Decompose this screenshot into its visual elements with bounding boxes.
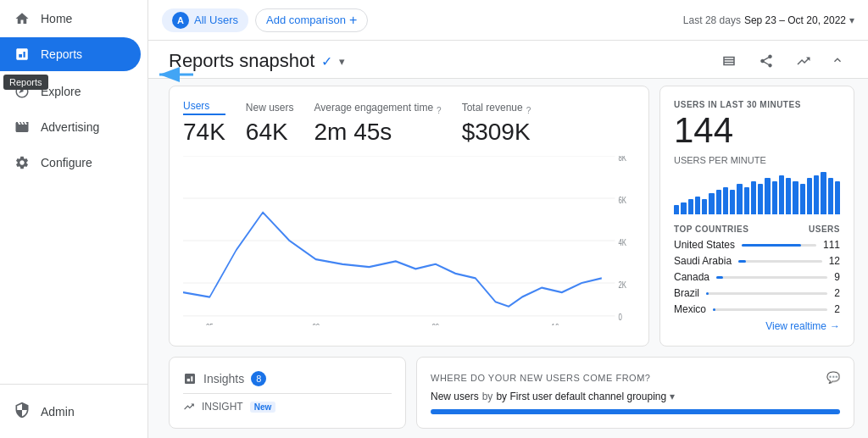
realtime-bar <box>737 184 742 214</box>
realtime-bar <box>800 184 805 214</box>
country-name: Canada <box>674 271 709 283</box>
title-dropdown-icon[interactable]: ▾ <box>339 55 345 68</box>
insights-title: Insights <box>203 372 244 385</box>
sidebar-bottom: Admin <box>0 384 147 438</box>
country-row: Saudi Arabia 12 <box>674 255 840 267</box>
trend-icon-button[interactable] <box>790 47 817 75</box>
line-chart: 8K 6K 4K 2K 0 25 Sep 02 Oct 0 <box>183 156 635 325</box>
realtime-bar <box>744 187 749 214</box>
realtime-bar <box>695 197 700 214</box>
new-users-selector[interactable]: New users by by First user default chann… <box>431 391 840 402</box>
sidebar-item-home[interactable]: Home <box>0 2 141 36</box>
arrow-right-icon: → <box>830 320 840 332</box>
users-label: Users <box>183 100 225 115</box>
new-badge: New <box>250 402 276 413</box>
reports-tooltip: Reports <box>3 75 48 90</box>
sidebar-item-advertising[interactable]: Advertising <box>0 110 141 144</box>
countries-header: TOP COUNTRIES USERS <box>674 225 840 234</box>
sidebar-item-configure-label: Configure <box>41 156 92 169</box>
feedback-icon: 💬 <box>826 371 840 384</box>
country-users: 9 <box>834 271 840 283</box>
realtime-bar <box>814 175 819 214</box>
sidebar-item-reports-label: Reports <box>41 47 82 61</box>
metric-new-users: New users 64K <box>246 102 294 146</box>
country-row: United States 111 <box>674 239 840 251</box>
view-realtime-link[interactable]: View realtime → <box>674 320 840 332</box>
insight-trend-icon <box>183 401 195 413</box>
add-icon: + <box>349 13 357 28</box>
page-header-wrapper: Reports snapshot ✓ ▾ <box>148 41 868 79</box>
realtime-count: 144 <box>674 113 840 148</box>
metrics-row: Users 74K New users 64K Average engageme… <box>183 100 635 146</box>
country-users: 2 <box>834 287 840 299</box>
realtime-bar <box>807 178 812 214</box>
svg-text:02: 02 <box>312 321 320 325</box>
insights-icon <box>183 372 197 385</box>
users-col-label: USERS <box>809 225 840 234</box>
country-bar-fill <box>738 260 746 263</box>
realtime-bar <box>751 181 756 214</box>
country-rows: United States 111 Saudi Arabia 12 Canada… <box>674 239 840 315</box>
metric-engagement: Average engagement time ? 2m 45s <box>314 102 442 146</box>
selector-dropdown-icon[interactable]: ▾ <box>670 391 675 402</box>
realtime-card: USERS IN LAST 30 MINUTES 144 USERS PER M… <box>659 86 854 347</box>
country-row: Brazil 2 <box>674 287 840 299</box>
country-users: 111 <box>823 239 840 251</box>
insights-card: Insights 8 INSIGHT New <box>169 357 406 429</box>
realtime-bar <box>702 199 707 214</box>
share-icon-button[interactable] <box>753 47 780 75</box>
realtime-bar <box>709 193 714 214</box>
line-chart-container: 8K 6K 4K 2K 0 25 Sep 02 Oct 0 <box>183 156 635 325</box>
svg-text:25: 25 <box>206 321 214 325</box>
date-prefix: Last 28 days <box>683 14 741 26</box>
realtime-bar <box>723 187 728 214</box>
new-users-selector-label: New users <box>431 391 479 402</box>
main-cards-row: Users 74K New users 64K Average engageme… <box>169 86 854 347</box>
realtime-subtitle: USERS PER MINUTE <box>674 155 840 165</box>
sidebar-item-reports[interactable]: Reports <box>0 37 141 71</box>
add-comparison-button[interactable]: Add comparison + <box>255 8 368 32</box>
svg-text:0: 0 <box>618 312 621 323</box>
admin-button[interactable]: Admin <box>14 395 134 428</box>
table-icon-button[interactable] <box>715 47 743 75</box>
engagement-info-icon: ? <box>437 106 442 115</box>
metric-revenue: Total revenue ? $309K <box>462 102 531 146</box>
insights-count-badge: 8 <box>251 371 266 386</box>
realtime-bar <box>716 190 721 214</box>
insights-header: Insights 8 <box>183 371 392 386</box>
new-users-channel-label: by First user default channel grouping <box>496 391 666 402</box>
realtime-bar <box>786 178 791 214</box>
all-users-chip[interactable]: A All Users <box>162 8 248 32</box>
realtime-bar <box>835 181 840 214</box>
engagement-value: 2m 45s <box>314 119 442 146</box>
top-bar: A All Users Add comparison + Last 28 day… <box>148 0 868 41</box>
new-users-header: WHERE DO YOUR NEW USERS COME FROM? 💬 <box>431 371 840 384</box>
country-name: Saudi Arabia <box>674 255 732 267</box>
sidebar-item-configure[interactable]: Configure <box>0 146 141 180</box>
collapse-button[interactable] <box>827 50 848 73</box>
realtime-bar <box>765 178 770 214</box>
main-content: A All Users Add comparison + Last 28 day… <box>148 0 868 438</box>
users-value: 74K <box>183 119 225 146</box>
realtime-bar <box>758 184 763 214</box>
check-icon: ✓ <box>321 53 332 69</box>
realtime-bar <box>821 172 826 214</box>
feedback-button[interactable]: 💬 <box>826 371 840 384</box>
page-header: Reports snapshot ✓ ▾ <box>148 41 868 78</box>
svg-text:16: 16 <box>552 321 559 325</box>
revenue-value: $309K <box>462 119 531 146</box>
countries-section: TOP COUNTRIES USERS United States 111 Sa… <box>674 225 840 332</box>
country-users: 12 <box>829 255 840 267</box>
new-users-label: New users <box>246 102 294 115</box>
add-comparison-label: Add comparison <box>266 14 346 26</box>
country-bar-fill <box>706 292 709 295</box>
insight-row: INSIGHT New <box>183 393 392 413</box>
date-dropdown-icon[interactable]: ▾ <box>849 14 854 26</box>
realtime-bar <box>688 199 693 214</box>
country-bar-fill <box>742 244 800 247</box>
revenue-info-icon: ? <box>526 106 531 115</box>
country-bar-fill <box>716 276 723 279</box>
realtime-bar <box>674 205 679 214</box>
country-bar-wrap <box>742 244 816 247</box>
countries-col-label: TOP COUNTRIES <box>674 225 748 234</box>
